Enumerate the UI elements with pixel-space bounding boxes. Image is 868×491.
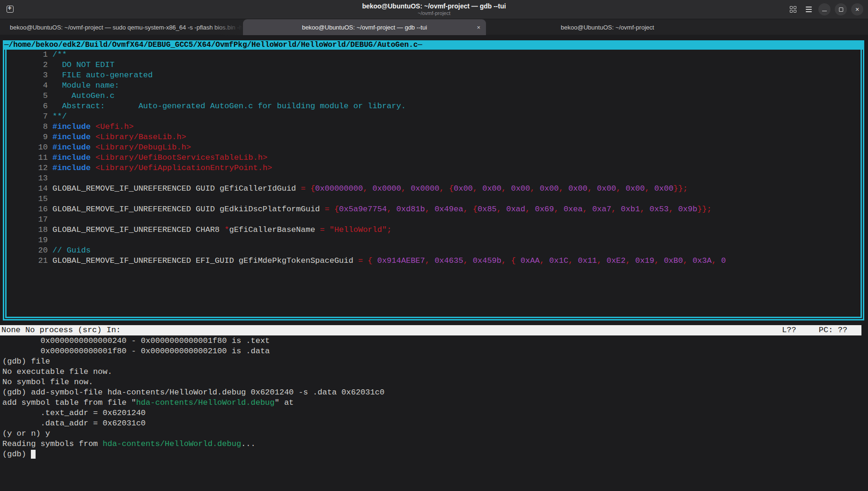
line-code bbox=[48, 215, 52, 224]
source-line: 21GLOBAL_REMOVE_IF_UNREFERENCED EFI_GUID… bbox=[7, 256, 861, 266]
code-segment: 0x00 bbox=[655, 184, 674, 193]
code-segment: 0x00000000 bbox=[315, 184, 363, 193]
code-segment: = { bbox=[325, 205, 339, 214]
tab-close-icon[interactable]: × bbox=[477, 24, 480, 31]
line-number: 18 bbox=[7, 225, 48, 235]
code-segment: }}; bbox=[697, 205, 712, 214]
code-segment: 0x00 bbox=[511, 184, 530, 193]
line-code bbox=[48, 174, 52, 183]
code-segment: <Library/BaseLib.h> bbox=[96, 133, 186, 141]
code-segment: 0x00 bbox=[597, 184, 616, 193]
line-number: 11 bbox=[7, 153, 48, 163]
code-segment: hda-contents/HelloWorld.debug bbox=[103, 439, 241, 448]
console-row: Reading symbols from hda-contents/HelloW… bbox=[2, 439, 868, 449]
line-code: GLOBAL_REMOVE_IF_UNREFERENCED CHAR8 *gEf… bbox=[48, 225, 391, 234]
code-segment: (y or n) y bbox=[2, 429, 50, 438]
maximize-icon bbox=[839, 7, 843, 12]
tab-shell[interactable]: bekoo@UbuntuOS: ~/ovmf-project bbox=[486, 19, 729, 35]
code-segment: , bbox=[669, 205, 678, 214]
code-segment: #include bbox=[52, 122, 91, 131]
gdb-console[interactable]: 0x0000000000000240 - 0x0000000000001f80 … bbox=[2, 336, 868, 460]
minimize-icon bbox=[822, 11, 827, 12]
line-code bbox=[48, 194, 52, 203]
code-segment: , bbox=[501, 184, 511, 193]
code-segment: , bbox=[645, 184, 654, 193]
terminal-cursor[interactable] bbox=[31, 450, 36, 459]
tab-overview-button[interactable] bbox=[787, 4, 799, 15]
line-code: #include <Library/BaseLib.h> bbox=[48, 133, 186, 141]
menu-button[interactable] bbox=[803, 4, 814, 15]
tab-gdb-label: bekoo@UbuntuOS: ~/ovmf-project — gdb --t… bbox=[302, 24, 427, 31]
code-segment: 0xad bbox=[506, 205, 525, 214]
code-segment: <Library/DebugLib.h> bbox=[96, 143, 191, 152]
code-segment: , bbox=[530, 184, 539, 193]
source-line: 3 FILE auto-generated bbox=[7, 70, 861, 81]
code-segment: Reading symbols from bbox=[2, 439, 103, 448]
maximize-button[interactable] bbox=[835, 3, 847, 15]
terminal[interactable]: ─/home/bekoo/edk2/Build/OvmfX64/DEBUG_GC… bbox=[0, 35, 868, 491]
console-row: 0x0000000000000240 - 0x0000000000001f80 … bbox=[2, 336, 868, 346]
code-segment bbox=[91, 122, 96, 131]
tab-gdb[interactable]: bekoo@UbuntuOS: ~/ovmf-project — gdb --t… bbox=[243, 19, 486, 35]
code-segment bbox=[91, 143, 96, 152]
code-segment: <Uefi.h> bbox=[96, 122, 134, 131]
console-row: (gdb) bbox=[2, 449, 868, 460]
source-line: 4 Module name: bbox=[7, 81, 861, 91]
code-segment: , { bbox=[501, 256, 521, 265]
line-code: #include <Library/UefiApplicationEntryPo… bbox=[48, 164, 272, 172]
line-number: 15 bbox=[7, 194, 48, 204]
status-left: None No process (src) In: bbox=[1, 325, 121, 335]
tab-shell-label: bekoo@UbuntuOS: ~/ovmf-project bbox=[561, 24, 654, 31]
code-segment: "HelloWorld"; bbox=[330, 225, 392, 234]
line-number: 19 bbox=[7, 235, 48, 246]
console-row: No executable file now. bbox=[2, 367, 868, 377]
line-code: FILE auto-generated bbox=[48, 71, 153, 80]
code-segment: #include bbox=[52, 164, 91, 172]
new-tab-button[interactable] bbox=[7, 5, 16, 14]
code-segment: 0 bbox=[721, 256, 726, 265]
tui-source-window[interactable]: ─/home/bekoo/edk2/Build/OvmfX64/DEBUG_GC… bbox=[3, 40, 864, 320]
console-row: .data_addr = 0x62031c0 bbox=[2, 418, 868, 429]
source-line: 1/** bbox=[7, 50, 861, 60]
tab-qemu[interactable]: bekoo@UbuntuOS: ~/ovmf-project — sudo qe… bbox=[0, 19, 243, 35]
code-segment: 0x00 bbox=[568, 184, 588, 193]
code-segment: FILE auto-generated bbox=[52, 71, 153, 80]
code-segment: , bbox=[582, 205, 592, 214]
code-segment: 0x00 bbox=[454, 184, 473, 193]
tab-bar: bekoo@UbuntuOS: ~/ovmf-project — sudo qe… bbox=[0, 19, 868, 35]
source-line: 5 AutoGen.c bbox=[7, 91, 861, 101]
code-segment: GLOBAL_REMOVE_IF_UNREFERENCED GUID gEfiC… bbox=[52, 184, 301, 193]
line-number: 9 bbox=[7, 132, 48, 142]
line-number: 17 bbox=[7, 215, 48, 225]
console-row: (gdb) file bbox=[2, 357, 868, 367]
code-segment: , { bbox=[463, 205, 478, 214]
code-segment: 0x69 bbox=[535, 205, 554, 214]
source-line: 20// Guids bbox=[7, 246, 861, 256]
code-segment: , bbox=[473, 184, 482, 193]
code-segment: Module name: bbox=[52, 81, 119, 90]
tui-source-body: 1/**2 DO NOT EDIT3 FILE auto-generated4 … bbox=[3, 50, 864, 320]
minimize-button[interactable] bbox=[818, 3, 831, 15]
code-segment: , bbox=[559, 184, 568, 193]
code-segment: = { bbox=[358, 256, 377, 265]
code-segment: add symbol table from file " bbox=[2, 398, 136, 407]
code-segment: No executable file now. bbox=[2, 367, 112, 376]
code-segment: 0xd81b bbox=[397, 205, 425, 214]
line-code: AutoGen.c bbox=[48, 91, 115, 100]
code-segment: , bbox=[712, 256, 721, 265]
code-segment: 0x19 bbox=[635, 256, 655, 265]
close-button[interactable]: × bbox=[851, 3, 863, 15]
new-tab-icon bbox=[7, 6, 14, 13]
code-segment: (gdb) add-symbol-file hda-contents/Hello… bbox=[2, 388, 384, 397]
code-segment: 0xa7 bbox=[592, 205, 611, 214]
source-line: 9#include <Library/BaseLib.h> bbox=[7, 132, 861, 142]
code-segment: 0x0000 bbox=[373, 184, 401, 193]
line-code: Abstract: Auto-generated AutoGen.c for b… bbox=[48, 102, 406, 111]
tab-qemu-label: bekoo@UbuntuOS: ~/ovmf-project — sudo qe… bbox=[10, 24, 243, 31]
code-segment: ... bbox=[241, 439, 256, 448]
code-segment: <Library/UefiApplicationEntryPoint.h> bbox=[96, 164, 272, 172]
line-code: GLOBAL_REMOVE_IF_UNREFERENCED EFI_GUID g… bbox=[48, 256, 726, 265]
line-number: 8 bbox=[7, 122, 48, 132]
code-segment: , bbox=[401, 184, 411, 193]
code-segment: " at bbox=[275, 398, 294, 407]
